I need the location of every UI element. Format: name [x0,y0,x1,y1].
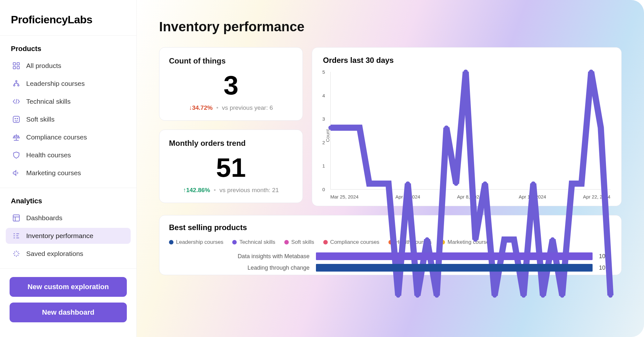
svg-point-34 [550,237,555,242]
bar-value: 10 [599,253,612,260]
stat-card-trend: Monthly orders trend 51 ↑142.86% • vs pr… [159,130,303,203]
bar-chart: Data insights with Metabase10Leading thr… [169,252,612,272]
shield-icon [12,150,21,160]
new-exploration-button[interactable]: New custom exploration [10,277,127,297]
svg-rect-3 [17,66,19,69]
sidebar-item-technical[interactable]: Technical skills [6,94,131,109]
svg-point-17 [386,181,391,186]
svg-point-27 [483,181,487,186]
svg-rect-7 [13,116,19,123]
legend-item[interactable]: Soft skills [284,239,314,245]
svg-point-31 [521,293,526,298]
legend-label: Leadership courses [176,239,223,245]
svg-point-6 [18,85,19,86]
svg-point-16 [377,181,381,186]
svg-point-30 [512,237,516,242]
sidebar-item-label: Inventory performance [26,232,93,240]
legend-swatch [284,240,289,244]
sidebar-item-dashboards[interactable]: Dashboards [6,210,131,226]
svg-point-13 [348,125,352,130]
svg-rect-1 [17,63,19,65]
sidebar-item-label: All products [26,62,61,70]
stat-subtext: ↑142.86% • vs previous month: 21 [169,187,293,194]
svg-point-11 [328,125,333,130]
svg-point-38 [589,70,594,74]
svg-point-9 [17,118,18,119]
svg-rect-10 [13,215,19,221]
svg-point-22 [434,293,439,298]
svg-point-4 [16,80,17,82]
svg-point-35 [560,293,564,298]
svg-point-20 [415,293,420,298]
svg-rect-0 [13,63,16,65]
sidebar-item-compliance[interactable]: Compliance courses [6,129,131,145]
bar-fill [316,264,593,272]
svg-point-19 [406,181,410,186]
svg-point-14 [357,125,362,130]
sidebar-item-all-products[interactable]: All products [6,58,131,74]
sidebar-item-saved-explorations[interactable]: Saved explorations [6,246,131,262]
stat-title: Monthly orders trend [169,139,293,148]
legend-swatch [169,240,173,244]
svg-point-37 [579,181,584,186]
sidebar-item-health[interactable]: Health courses [6,147,131,163]
sidebar-item-label: Marketing courses [26,169,81,177]
svg-point-32 [531,181,535,186]
svg-point-15 [367,181,372,186]
sidebar-item-label: Soft skills [26,116,55,123]
sparkle-icon [12,249,21,258]
products-section-header: Products [0,36,136,57]
bar-track [316,252,593,261]
brand-title: ProficiencyLabs [0,9,136,35]
y-tick: 3 [322,116,325,122]
svg-point-21 [425,237,429,242]
svg-point-39 [599,125,603,130]
legend-item[interactable]: Technical skills [232,239,275,245]
analytics-section-header: Analytics [0,188,136,209]
chart-title: Orders last 30 days [323,56,610,65]
megaphone-icon [12,168,21,178]
svg-point-25 [464,70,468,74]
legend-swatch [323,240,328,244]
stat-card-count: Count of things 3 ↓34.72% • vs previous … [159,47,303,121]
y-tick: 0 [322,187,325,192]
y-tick: 5 [322,69,325,75]
sidebar-item-inventory-performance[interactable]: Inventory performance [6,228,131,244]
stat-value: 3 [169,72,293,99]
stat-value: 51 [169,154,293,181]
svg-point-40 [608,293,613,298]
app-root: ProficiencyLabs Products All products Le… [0,0,644,337]
stat-compare: vs previous year: 6 [222,104,273,111]
stat-title: Count of things [169,56,293,65]
line-chart-plot: 0 1 2 3 4 5 [330,72,610,190]
stat-subtext: ↓34.72% • vs previous year: 6 [169,104,293,111]
svg-point-33 [541,293,545,298]
legend-item[interactable]: Leadership courses [169,239,223,245]
sidebar-item-label: Saved explorations [26,250,83,258]
svg-point-24 [454,181,458,186]
svg-point-12 [338,125,342,130]
sidebar-item-leadership[interactable]: Leadership courses [6,76,131,92]
y-axis-label: Count [323,72,330,199]
svg-point-26 [473,237,478,242]
svg-point-18 [396,293,400,298]
code-icon [12,97,21,106]
legend-label: Technical skills [239,239,275,245]
bar-row: Leading through change10 [169,263,612,272]
smile-icon [12,115,21,124]
orders-chart-card: Orders last 30 days Count 0 1 2 3 4 5 [312,47,622,206]
bar-fill [316,252,593,260]
sidebar-item-soft-skills[interactable]: Soft skills [6,111,131,127]
y-tick: 1 [322,163,325,168]
svg-point-23 [444,125,448,130]
bar-row: Data insights with Metabase10 [169,252,612,261]
sidebar-item-label: Dashboards [26,214,62,222]
new-dashboard-button[interactable]: New dashboard [10,303,127,322]
line-points [331,72,610,337]
arrow-down-icon: ↓ [189,104,192,111]
svg-point-8 [15,118,16,119]
sidebar-item-marketing[interactable]: Marketing courses [6,165,131,181]
svg-rect-2 [13,66,16,69]
grid-icon [12,61,21,71]
y-tick: 2 [322,139,325,145]
